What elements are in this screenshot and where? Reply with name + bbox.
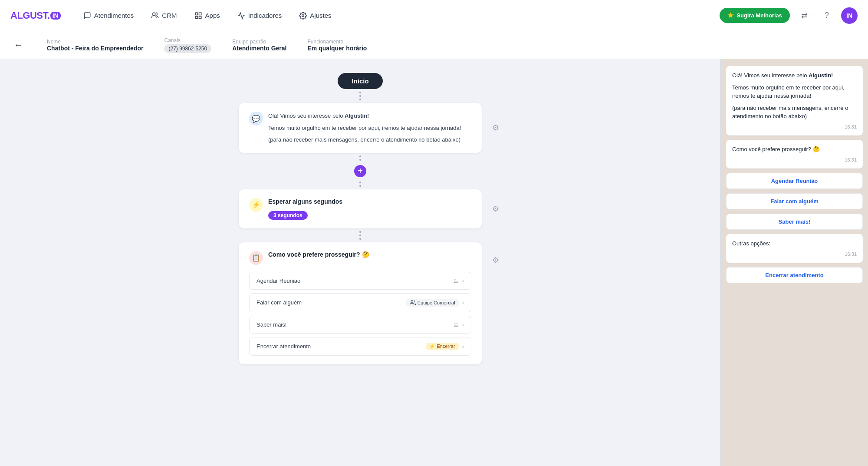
svg-rect-3 (199, 16, 201, 18)
question-gear-button[interactable]: ⚙ (492, 255, 499, 265)
arrow-icon-3: › (462, 321, 464, 328)
svg-point-0 (153, 13, 155, 15)
outras-text: Outras opções: (732, 239, 857, 248)
logo-badge: IN (50, 12, 61, 20)
question-node-wrapper: 📋 Como você prefere prosseguir? 🤔 Agenda… (239, 242, 482, 364)
question-content: Como você prefere prosseguir? 🤔 (268, 251, 471, 261)
name-value: Chatbot - Feira do Empreendedor (47, 45, 143, 52)
question-options: Agendar Reunião 🗂 › Falar com alguém (249, 272, 471, 356)
funcionamento-value: Em qualquer horário (307, 45, 367, 52)
preview-btn-agendar[interactable]: Agendar Reunião (726, 173, 863, 189)
option-saber-left: Saber mais! (256, 321, 286, 328)
encerrar-label: Encerrar atendimento (256, 343, 311, 350)
question-title: Como você prefere prosseguir? 🤔 (268, 251, 471, 258)
bold-algustin: Algustin! (345, 112, 369, 119)
team-badge: Equipe Comercial (406, 299, 459, 307)
preview-text-3: (para não receber mais mensagens, encerr… (732, 104, 857, 121)
svg-rect-4 (195, 16, 197, 18)
wait-node-wrapper: ⚡ Esperar alguns segundos 3 segundos ⚙ (239, 189, 482, 228)
canvas-area: Início 💬 Olá! Vimos seu interesse pelo A… (0, 59, 720, 466)
option-saber[interactable]: Saber mais! 🗂 › (249, 316, 471, 334)
nav-item-ajustes[interactable]: Ajustes (292, 8, 338, 23)
wait-node: ⚡ Esperar alguns segundos 3 segundos (239, 189, 482, 228)
connector-2 (359, 153, 361, 163)
crm-label: CRM (162, 12, 177, 19)
svg-point-6 (411, 300, 413, 302)
arrow-icon-2: › (462, 299, 464, 306)
nav-items: Atendimentos CRM Apps Indicadores Ajuste… (76, 8, 720, 23)
preview-bubble-1: Olá! Vimos seu interesse pelo Algustin! … (726, 66, 863, 136)
star-icon: ★ (727, 11, 733, 20)
connector-1 (359, 89, 361, 103)
svg-rect-2 (199, 13, 201, 15)
avatar[interactable]: IN (841, 7, 858, 24)
preview-panel: Olá! Vimos seu interesse pelo Algustin! … (720, 59, 868, 466)
chart-icon (237, 12, 245, 20)
nav-item-crm[interactable]: CRM (144, 8, 184, 23)
message-gear-button[interactable]: ⚙ (492, 123, 499, 132)
dot (359, 238, 361, 240)
apps-label: Apps (205, 12, 220, 19)
help-icon-button[interactable]: ? (819, 7, 835, 24)
message-text-1: Olá! Vimos seu interesse pelo Algustin! (268, 112, 471, 120)
dot (359, 95, 361, 97)
transfer-icon-button[interactable]: ⇄ (796, 7, 812, 24)
option-agendar[interactable]: Agendar Reunião 🗂 › (249, 272, 471, 290)
preview-time-2: 16:31 (732, 156, 857, 164)
nav-item-atendimentos[interactable]: Atendimentos (76, 8, 141, 23)
folder-icon-2: 🗂 (453, 321, 459, 328)
funcionamento-section: Funcionamento Em qualquer horário (307, 39, 367, 52)
nav-item-apps[interactable]: Apps (187, 8, 227, 23)
preview-btn-encerrar[interactable]: Encerrar atendimento (726, 267, 863, 283)
preview-btn-falar[interactable]: Falar com alguém (726, 193, 863, 209)
equipe-section: Equipe padrão Atendimento Geral (232, 39, 286, 52)
add-node-button[interactable]: + (354, 165, 366, 177)
wait-gear-button[interactable]: ⚙ (492, 204, 499, 214)
preview-btn-saber[interactable]: Saber mais! (726, 214, 863, 230)
preview-bold-1: Algustin! (809, 72, 833, 79)
nav-item-indicadores[interactable]: Indicadores (230, 8, 289, 23)
arrow-icon-4: › (462, 343, 464, 350)
start-node[interactable]: Início (338, 73, 382, 89)
canais-section: Canais (27) 99862-5250 (164, 37, 211, 53)
preview-bubble-outras: Outras opções: 16:31 (726, 234, 863, 263)
nav-right: ★ Sugira Melhorias ⇄ ? IN (720, 7, 858, 24)
option-falar-right: Equipe Comercial › (406, 299, 464, 307)
indicadores-label: Indicadores (248, 12, 282, 19)
option-encerrar[interactable]: Encerrar atendimento ⚡ Encerrar › (249, 337, 471, 356)
dot (359, 92, 361, 93)
logo-text: ALGUST. (10, 10, 50, 21)
dot (359, 155, 361, 157)
option-agendar-right: 🗂 › (453, 278, 464, 284)
dot (359, 182, 361, 183)
question-header: 📋 Como você prefere prosseguir? 🤔 (249, 251, 471, 265)
question-node: 📋 Como você prefere prosseguir? 🤔 Agenda… (239, 242, 482, 364)
option-saber-right: 🗂 › (453, 321, 464, 328)
suggest-button[interactable]: ★ Sugira Melhorias (720, 8, 790, 23)
option-falar[interactable]: Falar com alguém Equipe Comercial › (249, 293, 471, 312)
connector-4 (359, 228, 361, 242)
team-icon (410, 300, 416, 306)
message-text-3: (para não receber mais mensagens, encerr… (268, 136, 471, 144)
back-button[interactable]: ← (14, 40, 23, 50)
saber-label: Saber mais! (256, 321, 286, 328)
connector-3 (359, 179, 361, 189)
top-navigation: ALGUST. IN Atendimentos CRM Apps Indicad… (0, 0, 868, 31)
wait-content: Esperar alguns segundos 3 segundos (268, 198, 471, 220)
preview-bubble-2: Como você prefere prosseguir? 🤔 16:31 (726, 140, 863, 169)
wait-title: Esperar alguns segundos (268, 198, 471, 205)
option-falar-left: Falar com alguém (256, 299, 302, 306)
preview-question-text: Como você prefere prosseguir? 🤔 (732, 145, 857, 154)
option-agendar-left: Agendar Reunião (256, 278, 300, 284)
preview-text-2: Temos muito orgulho em te receber por aq… (732, 83, 857, 100)
dot (359, 235, 361, 236)
canais-label: Canais (164, 37, 211, 43)
grid-icon (194, 12, 202, 20)
node-header: 💬 Olá! Vimos seu interesse pelo Algustin… (249, 112, 471, 144)
dot (359, 159, 361, 161)
encerrar-badge: ⚡ Encerrar (426, 343, 458, 350)
atendimentos-label: Atendimentos (94, 12, 134, 19)
main-container: Início 💬 Olá! Vimos seu interesse pelo A… (0, 59, 868, 466)
name-label: Nome (47, 39, 143, 45)
message-content: Olá! Vimos seu interesse pelo Algustin! … (268, 112, 471, 144)
